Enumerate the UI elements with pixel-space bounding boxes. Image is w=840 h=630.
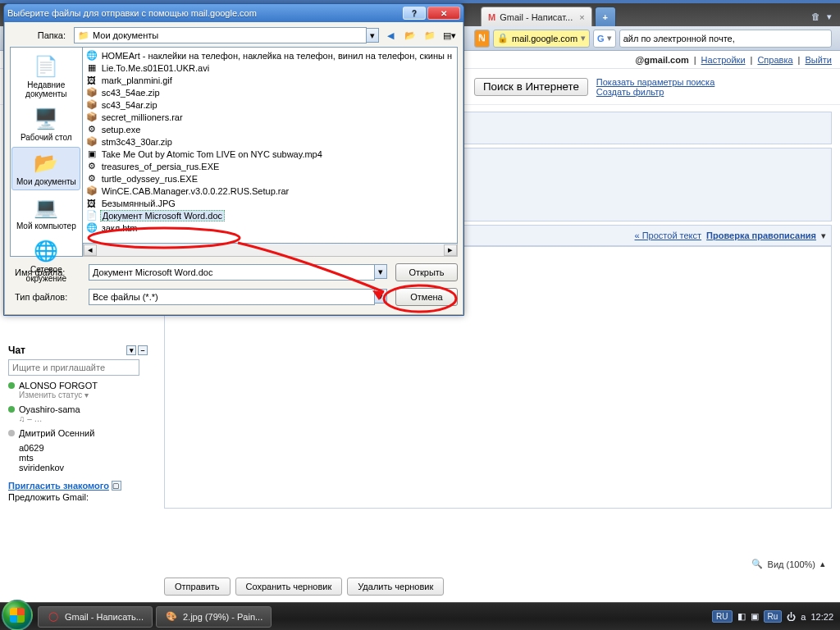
chat-search-input[interactable] [8, 359, 139, 376]
rss-button[interactable]: ℕ [474, 30, 490, 48]
file-name: Документ Microsoft Word.doc [100, 210, 225, 221]
file-name: stm3c43_30ar.zip [100, 137, 174, 147]
status-change[interactable]: Изменить статус ▾ [8, 390, 148, 399]
file-icon: ⚙ [86, 161, 98, 172]
chevron-down-icon[interactable]: ▾ [821, 231, 826, 241]
account-email: @gmail.com [636, 55, 689, 65]
file-item[interactable]: 🌐HOMEArt - наклейки на телефон, наклейка… [84, 49, 455, 62]
file-item[interactable]: 🌐закл.htm [84, 221, 455, 234]
clock[interactable]: 12:22 [810, 612, 833, 622]
settings-link[interactable]: Настройки [701, 55, 746, 65]
contact-alonso[interactable]: ALONSO FORGOT [8, 381, 148, 390]
views-icon[interactable]: ▤▾ [441, 27, 458, 43]
contact-dmitry[interactable]: Дмитрий Осенний [8, 428, 148, 438]
send-button[interactable]: Отправить [164, 578, 231, 596]
file-item[interactable]: ⚙turtle_odyssey_rus.EXE [84, 172, 455, 185]
place-desktop[interactable]: 🖥️ Рабочий стол [11, 103, 80, 145]
taskbar-label: Gmail - Написать... [65, 612, 144, 622]
folder-label: Папка: [10, 30, 74, 40]
file-item[interactable]: 📦sc43_54ar.zip [84, 98, 455, 111]
filetype-input[interactable] [89, 289, 375, 305]
paint-icon: 🎨 [165, 610, 178, 623]
lang-indicator-2[interactable]: Ru [764, 610, 783, 623]
file-name: sc43_54ar.zip [100, 100, 159, 110]
filename-input[interactable] [89, 264, 375, 281]
file-item[interactable]: 🖼mark_planmini.gif [84, 74, 455, 86]
file-item[interactable]: 📦WinCE.CAB.Manager.v3.0.0.22.RUS.Setup.r… [84, 185, 455, 197]
file-item[interactable]: 📦sc43_54ae.zip [84, 86, 455, 98]
chevron-down-icon[interactable]: ▾ [374, 289, 387, 304]
taskbar-item-paint[interactable]: 🎨 2.jpg (79%) - Pain... [156, 606, 272, 628]
chat-sidebar: Чат ▾ – ALONSO FORGOT Изменить статус ▾ … [8, 345, 148, 502]
label-item[interactable]: mts [19, 453, 148, 463]
taskbar-item-gmail[interactable]: ◯ Gmail - Написать... [38, 606, 153, 628]
file-item[interactable]: ▣Take Me Out by Atomic Tom LIVE on NYC s… [84, 148, 455, 160]
search-box[interactable]: айл по электронной почте, [619, 30, 832, 48]
file-icon: 🖼 [86, 198, 98, 209]
contact-name: Дмитрий Осенний [19, 428, 94, 438]
invite-expand-icon[interactable]: ▢ [112, 481, 121, 491]
browser-tab-gmail[interactable]: M Gmail - Написат... × [481, 7, 592, 26]
start-button[interactable] [2, 600, 33, 631]
tray-icon[interactable]: ◧ [737, 611, 746, 622]
lang-indicator[interactable]: RU [712, 610, 732, 623]
discard-button[interactable]: Удалить черновик [347, 578, 444, 596]
chat-min-icon[interactable]: – [138, 345, 148, 355]
plain-text-link[interactable]: « Простой текст [635, 231, 702, 240]
chevron-down-icon[interactable]: ▾ [374, 264, 387, 279]
menu-icon[interactable]: ▾ [827, 11, 832, 22]
file-item[interactable]: ⚙treasures_of_persia_rus.EXE [84, 160, 455, 172]
open-button[interactable]: Открыть [395, 263, 458, 281]
place-mycomputer[interactable]: 💻 Мой компьютер [11, 192, 80, 234]
label-item[interactable]: a0629 [19, 443, 148, 453]
close-button[interactable]: ✕ [427, 7, 460, 20]
invite-link[interactable]: Пригласить знакомого [8, 481, 109, 491]
new-folder-icon[interactable]: 📁 [422, 27, 438, 43]
up-icon[interactable]: 📂 [402, 27, 418, 43]
help-button[interactable]: ? [403, 7, 426, 20]
chat-collapse-icon[interactable]: ▾ [126, 345, 136, 355]
tray-icon[interactable]: ▣ [751, 611, 759, 622]
hscrollbar[interactable]: ◂ ▸ [83, 244, 458, 257]
desktop-icon: 🖥️ [32, 107, 60, 131]
help-link[interactable]: Справка [757, 55, 792, 65]
trash-icon[interactable]: 🗑 [811, 11, 820, 21]
new-tab-button[interactable]: + [595, 7, 616, 26]
label-item[interactable]: sviridenkov [19, 463, 148, 472]
spellcheck-link[interactable]: Проверка правописания [706, 231, 816, 240]
file-item[interactable]: 🖼Безымянный.JPG [84, 197, 455, 209]
chevron-down-icon[interactable]: ▾ [366, 28, 379, 43]
create-filter-link[interactable]: Создать фильтр [596, 87, 714, 97]
place-mydocs[interactable]: 📂 Мои документы [11, 147, 80, 190]
file-list[interactable]: 🌐HOMEArt - наклейки на телефон, наклейка… [83, 47, 458, 244]
scroll-right-icon[interactable]: ▸ [444, 244, 457, 256]
search-engine-button[interactable]: G ▾ [593, 30, 616, 48]
file-item[interactable]: ▦Lie.To.Me.s01E01.UKR.avi [84, 62, 455, 74]
file-item[interactable]: ⚙setup.exe [84, 123, 455, 135]
search-web-button[interactable]: Поиск в Интернете [474, 78, 588, 96]
tray-icon[interactable]: a [801, 612, 806, 622]
folder-combo[interactable]: 📁 Мои документы [74, 27, 367, 43]
address-secure[interactable]: 🔒 mail.google.com ▾ [493, 30, 590, 48]
save-draft-button[interactable]: Сохранить черновик [235, 578, 343, 596]
file-item[interactable]: 📄Документ Microsoft Word.doc [84, 209, 455, 221]
tab-label: Gmail - Написат... [500, 12, 573, 22]
gmail-icon: M [488, 12, 495, 22]
zoom-indicator[interactable]: 🔍 Вид (100%) ▴ [751, 559, 825, 569]
tray-icon[interactable]: ⏻ [787, 612, 796, 622]
cancel-button[interactable]: Отмена [395, 288, 458, 306]
place-recent[interactable]: 📄 Недавние документы [11, 51, 80, 102]
status-dot-grey-icon [8, 430, 15, 436]
close-icon[interactable]: × [579, 12, 584, 22]
contact-name: Oyashiro-sama [19, 404, 80, 414]
contact-oyashiro[interactable]: Oyashiro-sama [8, 404, 148, 414]
back-icon[interactable]: ◀ [382, 27, 399, 43]
search-options-link[interactable]: Показать параметры поиска [596, 77, 714, 87]
file-item[interactable]: 📦secret_millioners.rar [84, 111, 455, 123]
logout-link[interactable]: Выйти [805, 55, 832, 65]
file-icon: 🌐 [86, 50, 98, 62]
place-network[interactable]: 🌐 Сетевое окружение [11, 235, 80, 286]
scroll-left-icon[interactable]: ◂ [84, 244, 97, 256]
chevron-down-icon[interactable]: ▴ [820, 559, 825, 569]
file-item[interactable]: 📦stm3c43_30ar.zip [84, 135, 455, 148]
